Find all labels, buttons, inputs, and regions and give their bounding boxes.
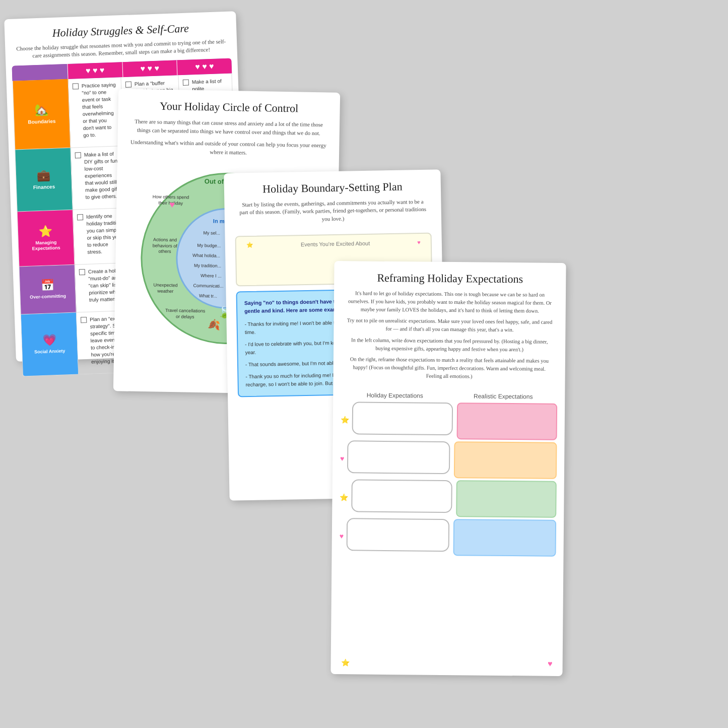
card2-header: Your Holiday Circle of Control There are… bbox=[117, 89, 341, 170]
holiday-expectation-4 bbox=[347, 518, 449, 552]
boundaries-task1: Practice saying "no" to one event or tas… bbox=[68, 77, 123, 148]
inner-item-comm: Communicati... bbox=[185, 283, 231, 290]
header-hearts3: ♥ ♥ ♥ bbox=[177, 58, 232, 75]
card1-subtitle: Choose the holiday struggle that resonat… bbox=[15, 38, 227, 60]
holiday-expectation-2 bbox=[347, 440, 450, 474]
heart-bottom-decoration: ♥ bbox=[548, 659, 553, 669]
card4-header: Reframing Holiday Expectations It's hard… bbox=[333, 261, 566, 391]
events-label-text: Events You're Excited About bbox=[301, 240, 370, 247]
icon-managing: ⭐ bbox=[39, 225, 53, 238]
holiday-expectation-1 bbox=[352, 402, 453, 435]
outer-item-travel: Travel cancellations or delays bbox=[165, 308, 205, 320]
card3-header: Holiday Boundary-Setting Plan Start by l… bbox=[224, 169, 441, 232]
page-container: Holiday Struggles & Self-Care Choose the… bbox=[0, 0, 728, 728]
realistic-expectation-2 bbox=[454, 441, 557, 479]
realistic-expectation-3 bbox=[456, 480, 557, 518]
label-overcommit-text: Over-committing bbox=[30, 294, 66, 300]
card3-subtitle: Start by listing the events, gatherings,… bbox=[237, 198, 429, 225]
star-row3: ⭐ bbox=[340, 493, 348, 501]
header-hearts2: ♥ ♥ ♥ bbox=[122, 60, 177, 77]
heart-decoration-circle: ♥ bbox=[169, 200, 175, 210]
card4-para3: In the left column, write down expectati… bbox=[346, 336, 553, 354]
row1-boxes bbox=[352, 402, 558, 440]
label-boundaries-text: Boundaries bbox=[28, 118, 55, 125]
realistic-expectation-1 bbox=[456, 403, 557, 440]
card3-title: Holiday Boundary-Setting Plan bbox=[237, 180, 428, 196]
inner-item-sel: My sel... bbox=[194, 230, 229, 237]
left-col-header: Holiday Expectations bbox=[343, 391, 446, 400]
star-row1: ⭐ bbox=[341, 416, 349, 424]
card-reframing: Reframing Holiday Expectations It's hard… bbox=[330, 261, 566, 676]
card1-header: Holiday Struggles & Self-Care Choose the… bbox=[4, 11, 237, 66]
inner-item-holiday: What holida... bbox=[183, 253, 229, 259]
star-bottom-decoration: ⭐ bbox=[341, 658, 350, 667]
heart-row2: ♥ bbox=[340, 454, 344, 462]
label-overcommit: 📅 Over-committing bbox=[19, 264, 76, 314]
realistic-expectation-4 bbox=[453, 519, 556, 557]
card1-title: Holiday Struggles & Self-Care bbox=[15, 21, 227, 41]
row2-boxes bbox=[347, 440, 557, 479]
header-empty bbox=[12, 64, 68, 81]
label-social: 💗 Social Anxiety bbox=[21, 312, 79, 376]
outer-item-weather: Unexpected weather bbox=[148, 282, 183, 295]
card2-para1: There are so many things that can cause … bbox=[128, 117, 330, 138]
card4-title: Reframing Holiday Expectations bbox=[347, 271, 553, 286]
icon-social: 💗 bbox=[42, 334, 56, 347]
card4-para1: It's hard to let go of holiday expectati… bbox=[347, 289, 553, 315]
row4-boxes bbox=[347, 518, 556, 557]
right-col-header: Realistic Expectations bbox=[451, 392, 555, 401]
columns-header: Holiday Expectations Realistic Expectati… bbox=[343, 391, 555, 401]
icon-overcommit: 📅 bbox=[40, 279, 54, 292]
icon-boundaries: 🏡 bbox=[34, 104, 48, 117]
row3-boxes bbox=[351, 479, 557, 518]
label-finances-text: Finances bbox=[33, 184, 55, 190]
events-heart-right: ♥ bbox=[417, 239, 421, 245]
heart-row4: ♥ bbox=[340, 532, 344, 540]
holly2-decoration: 🍂 bbox=[208, 318, 220, 330]
events-box-label: ⭐ Events You're Excited About ♥ bbox=[241, 239, 426, 248]
events-star-left: ⭐ bbox=[246, 242, 253, 248]
card4-para4: On the right, reframe those expectations… bbox=[346, 355, 553, 381]
holiday-expectation-3 bbox=[351, 479, 452, 513]
label-managing: ⭐ Managing Expectations bbox=[18, 210, 75, 267]
outer-item-actions: Actions and behaviors of others bbox=[146, 237, 184, 255]
expectation-row-4: ♥ bbox=[340, 518, 557, 557]
card2-para2: Understanding what's within and outside … bbox=[127, 138, 329, 158]
label-finances: 💼 Finances bbox=[15, 148, 73, 212]
label-managing-text: Managing Expectations bbox=[22, 239, 71, 252]
expectation-row-1: ⭐ bbox=[341, 402, 558, 440]
label-boundaries: 🏡 Boundaries bbox=[13, 79, 71, 150]
card2-title: Your Holiday Circle of Control bbox=[128, 99, 329, 116]
expectation-row-2: ♥ bbox=[340, 440, 557, 479]
inner-item-trad2: What tr... bbox=[188, 293, 228, 300]
header-hearts1: ♥ ♥ ♥ bbox=[67, 62, 122, 79]
inner-item-budget: My budge... bbox=[189, 243, 229, 249]
icon-finances: 💼 bbox=[37, 169, 51, 183]
inner-item-tradition: My tradition... bbox=[185, 263, 230, 270]
label-social-text: Social Anxiety bbox=[34, 349, 65, 355]
expectation-row-3: ⭐ bbox=[340, 479, 557, 518]
card4-para2: Try not to pile on unrealistic expectati… bbox=[346, 316, 553, 334]
